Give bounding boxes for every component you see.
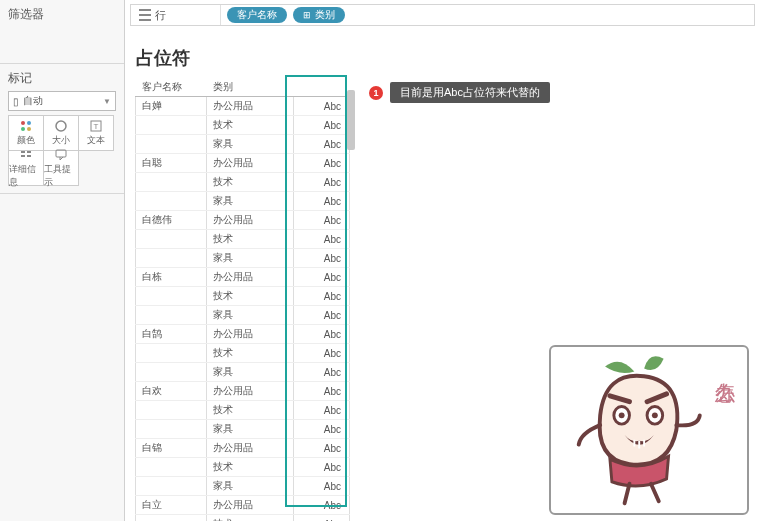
tooltip-icon — [54, 148, 68, 162]
placeholder-cell: Abc — [293, 268, 349, 287]
table-row[interactable]: 技术Abc — [136, 230, 350, 249]
marks-section: 标记 ▯ 自动 ▼ 颜色大小T文本详细信息工具提示 — [0, 64, 124, 194]
detail-icon — [19, 148, 33, 162]
marks-label: 标记 — [8, 70, 116, 87]
table-row[interactable]: 白鹄办公用品Abc — [136, 325, 350, 344]
customer-cell: 白鹄 — [136, 325, 207, 344]
table-row[interactable]: 技术Abc — [136, 458, 350, 477]
placeholder-cell: Abc — [293, 306, 349, 325]
customer-cell: 白立 — [136, 496, 207, 515]
filter-label: 筛选器 — [8, 6, 116, 23]
table-row[interactable]: 技术Abc — [136, 401, 350, 420]
tooltip-card[interactable]: 工具提示 — [43, 150, 79, 186]
customer-cell — [136, 287, 207, 306]
customer-cell — [136, 477, 207, 496]
color-card[interactable]: 颜色 — [8, 115, 44, 151]
col-category[interactable]: 类别 — [207, 78, 294, 97]
placeholder-cell: Abc — [293, 173, 349, 192]
table-row[interactable]: 白婵办公用品Abc — [136, 97, 350, 116]
customer-cell — [136, 249, 207, 268]
customer-cell: 白欢 — [136, 382, 207, 401]
category-cell: 家具 — [207, 477, 294, 496]
cartoon-caption: 怎么办 — [715, 383, 736, 403]
rows-shelf[interactable]: 行 客户名称⊞类别 — [130, 4, 755, 26]
rows-icon — [139, 9, 151, 21]
left-panel: 筛选器 标记 ▯ 自动 ▼ 颜色大小T文本详细信息工具提示 — [0, 0, 125, 521]
customer-cell: 白栋 — [136, 268, 207, 287]
pill-category[interactable]: ⊞类别 — [293, 7, 345, 23]
customer-cell: 白锦 — [136, 439, 207, 458]
table-row[interactable]: 家具Abc — [136, 306, 350, 325]
category-cell: 技术 — [207, 287, 294, 306]
col-customer[interactable]: 客户名称 — [136, 78, 207, 97]
table-row[interactable]: 技术Abc — [136, 344, 350, 363]
placeholder-cell: Abc — [293, 420, 349, 439]
table-row[interactable]: 家具Abc — [136, 135, 350, 154]
category-cell: 技术 — [207, 116, 294, 135]
size-icon — [54, 119, 68, 133]
size-card[interactable]: 大小 — [43, 115, 79, 151]
pill-customer[interactable]: 客户名称 — [227, 7, 287, 23]
placeholder-cell: Abc — [293, 249, 349, 268]
category-cell: 技术 — [207, 458, 294, 477]
category-cell: 办公用品 — [207, 439, 294, 458]
category-cell: 家具 — [207, 249, 294, 268]
table-row[interactable]: 家具Abc — [136, 192, 350, 211]
category-cell: 家具 — [207, 192, 294, 211]
table-row[interactable]: 技术Abc — [136, 116, 350, 135]
category-cell: 办公用品 — [207, 154, 294, 173]
svg-text:T: T — [94, 122, 99, 131]
table-row[interactable]: 家具Abc — [136, 477, 350, 496]
customer-cell — [136, 363, 207, 382]
table-row[interactable]: 白德伟办公用品Abc — [136, 211, 350, 230]
table-row[interactable]: 白立办公用品Abc — [136, 496, 350, 515]
annotation-text: 目前是用Abc占位符来代替的 — [390, 82, 550, 103]
table-row[interactable]: 技术Abc — [136, 515, 350, 522]
svg-rect-7 — [21, 151, 25, 153]
text-card[interactable]: T文本 — [78, 115, 114, 151]
marks-type-label: 自动 — [23, 94, 43, 108]
category-cell: 办公用品 — [207, 325, 294, 344]
table-row[interactable]: 技术Abc — [136, 173, 350, 192]
customer-cell — [136, 192, 207, 211]
filter-section[interactable]: 筛选器 — [0, 0, 124, 64]
category-cell: 办公用品 — [207, 268, 294, 287]
svg-rect-11 — [56, 150, 66, 157]
pill-icon: ⊞ — [303, 10, 311, 20]
table-scrollbar[interactable] — [347, 90, 355, 150]
customer-cell: 白德伟 — [136, 211, 207, 230]
customer-cell — [136, 306, 207, 325]
svg-rect-8 — [21, 155, 25, 157]
table-row[interactable]: 白欢办公用品Abc — [136, 382, 350, 401]
table-row[interactable]: 技术Abc — [136, 287, 350, 306]
placeholder-cell: Abc — [293, 363, 349, 382]
table-row[interactable]: 家具Abc — [136, 420, 350, 439]
table-row[interactable]: 家具Abc — [136, 249, 350, 268]
marks-type-select[interactable]: ▯ 自动 ▼ — [8, 91, 116, 111]
table-row[interactable]: 家具Abc — [136, 363, 350, 382]
svg-rect-9 — [27, 151, 31, 153]
svg-point-15 — [652, 412, 658, 418]
placeholder-cell: Abc — [293, 439, 349, 458]
auto-icon: ▯ — [13, 96, 19, 107]
cartoon-sticker: 怎么办 — [549, 345, 749, 515]
table-row[interactable]: 白锦办公用品Abc — [136, 439, 350, 458]
category-cell: 办公用品 — [207, 97, 294, 116]
customer-cell — [136, 515, 207, 522]
svg-point-1 — [27, 121, 31, 125]
placeholder-cell: Abc — [293, 154, 349, 173]
customer-cell — [136, 458, 207, 477]
rows-shelf-label: 行 — [155, 8, 166, 23]
category-cell: 家具 — [207, 135, 294, 154]
placeholder-cell: Abc — [293, 116, 349, 135]
category-cell: 办公用品 — [207, 382, 294, 401]
customer-cell — [136, 344, 207, 363]
table-row[interactable]: 白栋办公用品Abc — [136, 268, 350, 287]
svg-rect-10 — [27, 155, 31, 157]
table-row[interactable]: 白聪办公用品Abc — [136, 154, 350, 173]
color-icon — [19, 119, 33, 133]
placeholder-cell: Abc — [293, 496, 349, 515]
svg-point-13 — [619, 412, 625, 418]
rows-shelf-label-area: 行 — [131, 5, 221, 25]
detail-card[interactable]: 详细信息 — [8, 150, 44, 186]
